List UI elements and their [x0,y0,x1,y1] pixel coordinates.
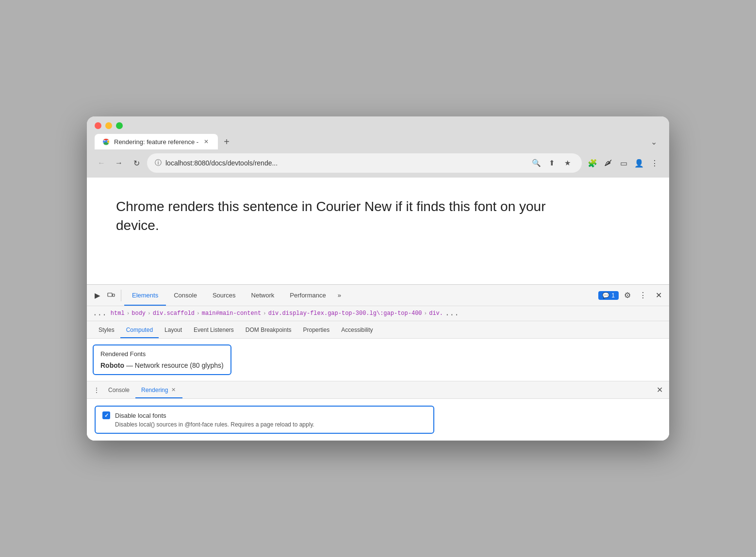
disable-local-fonts-option: Disable local fonts Disables local() sou… [95,406,434,434]
rendering-panel-content: Disable local fonts Disables local() sou… [87,399,669,441]
browser-tabs-row: Rendering: feature reference - ✕ + ⌄ [95,134,661,149]
tab-sources[interactable]: Sources [205,285,244,306]
more-menu-button[interactable]: ⋮ [648,156,661,170]
inspect-element-icon[interactable]: ▶ [91,289,104,302]
bottom-panel-menu-button[interactable]: ⋮ [91,384,102,396]
reload-button[interactable]: ↻ [130,156,143,170]
minimize-button[interactable] [105,122,112,129]
subtab-event-listeners[interactable]: Event Listeners [188,321,240,338]
more-tabs-button[interactable]: » [334,292,345,299]
address-bar: ← → ↻ ⓘ localhost:8080/docs/devtools/ren… [87,149,669,178]
font-detail: Network resource (80 glyphs) [135,361,224,369]
devtools-subtabs: Styles Computed Layout Event Listeners D… [87,321,669,339]
address-field[interactable]: ⓘ localhost:8080/docs/devtools/rende... … [147,153,582,173]
breadcrumb-end-dots[interactable]: ... [445,309,459,318]
subtab-dom-breakpoints[interactable]: DOM Breakpoints [240,321,297,338]
subtab-layout[interactable]: Layout [159,321,188,338]
rendered-fonts-section: Rendered Fonts Roboto — Network resource… [93,344,231,375]
security-icon: ⓘ [155,159,162,167]
device-mode-svg [107,292,115,299]
bottom-panel-close-button[interactable]: ✕ [654,384,665,396]
more-options-button[interactable]: ⋮ [636,289,650,302]
breadcrumb-main[interactable]: main#main-content [202,310,261,317]
share-icon[interactable]: ⬆ [545,156,559,170]
rendering-option-label: Disable local fonts [115,412,166,419]
breadcrumb-html[interactable]: html [111,310,125,317]
browser-window: Rendering: feature reference - ✕ + ⌄ ← →… [87,116,669,441]
issues-count: 1 [611,292,615,299]
toolbar-separator [121,290,121,301]
tab-overflow-button[interactable]: ⌄ [646,134,661,149]
rendering-option-description: Disables local() sources in @font-face r… [115,421,427,428]
devtools-computed-content: Rendered Fonts Roboto — Network resource… [87,339,669,381]
subtab-properties[interactable]: Properties [297,321,336,338]
tab-performance[interactable]: Performance [282,285,333,306]
traffic-lights [95,122,661,129]
rendering-tab-close-button[interactable]: ✕ [170,387,177,393]
breadcrumb-body[interactable]: body [131,310,146,317]
zoom-icon[interactable]: 🔍 [529,156,543,170]
tab-network[interactable]: Network [244,285,282,306]
tab-console[interactable]: Console [166,285,205,306]
settings-button[interactable]: ⚙ [621,289,634,302]
title-bar: Rendering: feature reference - ✕ + ⌄ [87,116,669,149]
toolbar-icons: 🧩 🌶 ▭ 👤 ⋮ [586,156,661,170]
devtools-tabs: Elements Console Sources Network Perform… [124,285,598,306]
close-button[interactable] [95,122,101,129]
address-actions: 🔍 ⬆ ★ [529,156,574,170]
breadcrumb-div[interactable]: div. [429,310,443,317]
disable-local-fonts-checkbox[interactable] [102,411,110,419]
dom-breadcrumb: ... html › body › div.scaffold › main#ma… [87,306,669,321]
subtab-computed[interactable]: Computed [120,321,159,338]
new-tab-button[interactable]: + [219,134,234,149]
back-button[interactable]: ← [95,156,108,170]
font-name: Roboto [100,361,124,369]
page-text: Chrome renders this sentence in Courier … [116,197,553,235]
breadcrumb-more-button[interactable]: ... [93,309,107,318]
devtools-actions: 💬 1 ⚙ ⋮ ✕ [598,289,665,302]
browser-tab-active[interactable]: Rendering: feature reference - ✕ [95,134,218,149]
subtab-accessibility[interactable]: Accessibility [335,321,378,338]
profile-icon[interactable]: 👤 [632,156,646,170]
tab-elements[interactable]: Elements [124,285,166,306]
chrome-favicon-icon [102,138,110,146]
close-devtools-button[interactable]: ✕ [652,289,665,302]
device-toolbar-icon[interactable] [104,289,118,302]
maximize-button[interactable] [116,122,123,129]
subtab-styles[interactable]: Styles [93,321,120,338]
rendered-fonts-entry: Roboto — Network resource (80 glyphs) [100,361,224,369]
bookmark-icon[interactable]: ★ [560,156,574,170]
page-content: Chrome renders this sentence in Courier … [87,178,669,284]
devtools-bottom-panel: ⋮ Console Rendering ✕ ✕ Disable local fo… [87,381,669,441]
extensions-icon[interactable]: 🧩 [586,156,599,170]
issues-icon: 💬 [602,292,609,299]
bottom-tab-console[interactable]: Console [102,381,135,398]
split-view-icon[interactable]: ▭ [617,156,630,170]
svg-rect-3 [113,294,115,296]
rendering-option-header: Disable local fonts [102,411,427,419]
bottom-tab-rendering[interactable]: Rendering ✕ [135,381,182,398]
url-text: localhost:8080/docs/devtools/rende... [165,159,526,167]
devtools-toolbar: ▶ Elements Console Sources N [87,285,669,306]
tab-title: Rendering: feature reference - [114,138,198,146]
forward-button[interactable]: → [112,156,126,170]
breadcrumb-scaffold[interactable]: div.scaffold [153,310,195,317]
tab-close-button[interactable]: ✕ [202,138,210,146]
issues-badge[interactable]: 💬 1 [598,291,619,300]
devtools-panel: ▶ Elements Console Sources N [87,284,669,441]
performance-icon[interactable]: 🌶 [601,156,615,170]
bottom-panel-tabs: ⋮ Console Rendering ✕ ✕ [87,381,669,399]
svg-rect-2 [108,293,112,296]
rendered-fonts-title: Rendered Fonts [100,350,224,358]
entry-separator: — [126,361,135,369]
breadcrumb-div-flex[interactable]: div.display-flex.gap-top-300.lg\:gap-top… [268,310,422,317]
